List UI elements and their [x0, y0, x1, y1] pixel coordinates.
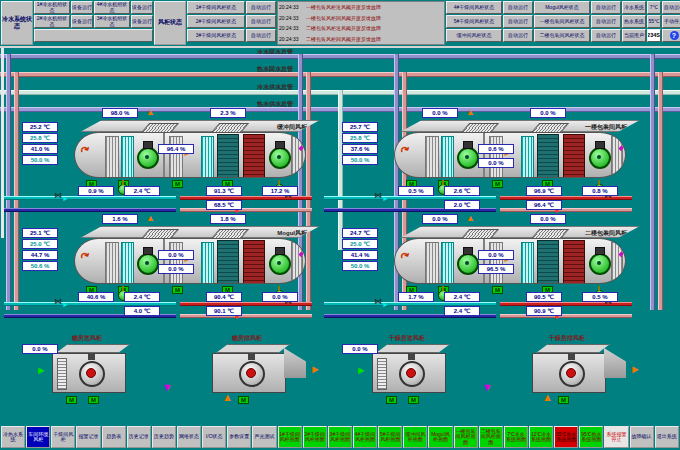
- ahu-status-button[interactable]: 二楼包装间风柜状态: [534, 29, 590, 42]
- ahu-status-button[interactable]: Mogul风柜状态: [534, 1, 590, 14]
- nav-button[interactable]: 二楼包装间风柜画面: [479, 426, 503, 448]
- nav-button[interactable]: 一楼包装间风柜画面: [454, 426, 478, 448]
- nav-button[interactable]: 4#干燥间风柜画面: [353, 426, 377, 448]
- spray-section: [201, 136, 214, 178]
- ahu-status-value[interactable]: 自动运行: [246, 15, 276, 28]
- ahu-unit[interactable]: 24.7 ℃ 25.0 ℃ 41.4 % 50.0 % 0.0 % 0.0 % …: [342, 214, 662, 320]
- filter-section: [169, 242, 183, 284]
- chiller-status-button[interactable]: 4#冷水机组状态: [94, 1, 130, 14]
- nav-button[interactable]: 趋势表: [102, 426, 126, 448]
- current-user-label: 当前用户: [622, 29, 646, 42]
- ahu-status-button[interactable]: 缓冲间风柜状态: [446, 29, 502, 42]
- hot-water-status[interactable]: 手动停止: [662, 15, 680, 28]
- nav-button[interactable]: Mogul风柜画面: [428, 426, 452, 448]
- fan-unit-label: 干燥房排风柜: [502, 334, 632, 343]
- chiller-status-button[interactable]: 1#冷水机组状态: [34, 1, 70, 14]
- ahu-unit[interactable]: 25.1 ℃ 25.0 ℃ 44.7 % 50.6 % 1.6 % 1.8 % …: [22, 214, 342, 320]
- nav-button[interactable]: 系统报警停止: [604, 426, 628, 448]
- nav-button[interactable]: 1#干燥间风柜画面: [278, 426, 302, 448]
- damper-actuator-icon: [172, 180, 183, 188]
- nav-button[interactable]: I/O状态: [202, 426, 226, 448]
- ahu-status-value[interactable]: 自动运行: [503, 15, 533, 28]
- chiller-status-value[interactable]: 设备运行: [71, 15, 93, 28]
- inlet-flow-arrow-icon: [222, 392, 233, 403]
- inlet-arrow-icon: [79, 249, 92, 263]
- nav-button[interactable]: 车间环境风柜: [26, 426, 50, 448]
- fan-unit[interactable]: 干燥房排风柜: [502, 334, 662, 420]
- fan-unit-label: 干燥房送风柜: [342, 334, 472, 343]
- hot-water-label: 热水系统: [622, 15, 646, 28]
- shutoff-valve-icon: [374, 192, 382, 200]
- fan-unit[interactable]: 干燥房送风柜 0.0 %: [342, 334, 502, 420]
- nav-button[interactable]: 95℃热水系统画面: [579, 426, 603, 448]
- nav-button[interactable]: 干燥间风柜: [51, 426, 75, 448]
- nav-button[interactable]: 历史趋势: [152, 426, 176, 448]
- shutoff-valve-icon: [54, 192, 62, 200]
- alarm-list: 20:24:33 一楼包装风柜送风阀开度反馈故障 20:24:33 一楼包装风柜…: [277, 1, 445, 45]
- ahu-status-button[interactable]: 一楼包装间风柜状态: [534, 15, 590, 28]
- hot-supply-branch-pipe: [180, 196, 312, 200]
- outlet-flow-arrow-icon: [482, 382, 493, 393]
- chiller-group-label: 冷水系统状态: [1, 1, 33, 45]
- alarm-time: 20:24:33: [278, 23, 306, 34]
- ahu-left-readouts: 25.1 ℃ 25.0 ℃ 44.7 % 50.6 %: [22, 228, 58, 272]
- ahu-status-value[interactable]: 自动运行: [503, 29, 533, 42]
- ahu-status-button[interactable]: 5#干燥间风柜状态: [446, 15, 502, 28]
- ahu-status-grid-mid: 4#干燥间风柜状态 自动运行 5#干燥间风柜状态 自动运行 缓冲间风柜状态 自动…: [446, 1, 533, 45]
- alarm-time: 20:24:33: [278, 2, 306, 13]
- ahu-status-button[interactable]: 3#干燥间风柜状态: [187, 29, 245, 42]
- nav-button[interactable]: 5#干燥间风柜画面: [378, 426, 402, 448]
- fan-unit[interactable]: 糖房排风柜: [182, 334, 342, 420]
- help-button[interactable]: [662, 29, 680, 42]
- chiller-status-value[interactable]: 设备运行: [71, 1, 93, 14]
- hot-water-temp: 55℃: [647, 15, 661, 28]
- ahu-unit[interactable]: 25.7 ℃ 25.8 ℃ 37.6 % 50.0 % 0.0 % 0.0 % …: [342, 108, 662, 214]
- nav-button[interactable]: 历史记录: [127, 426, 151, 448]
- chiller-status-button[interactable]: 3#冷水机组状态: [94, 15, 130, 28]
- chilled-flow-arrow-icon: [62, 301, 69, 308]
- ahu-status-value[interactable]: 自动运行: [591, 15, 621, 28]
- fan-unit-row: 糖房送风柜 0.0 % 糖房排风柜: [22, 334, 662, 420]
- temp-setpoint-readout: 25.0 ℃: [22, 239, 58, 249]
- nav-button[interactable]: 7℃冷水系统画面: [504, 426, 528, 448]
- outlet-flow-arrow-icon: [162, 382, 173, 393]
- nav-button[interactable]: 故障确认: [630, 426, 654, 448]
- nav-button[interactable]: 报警记录: [76, 426, 100, 448]
- ahu-status-value[interactable]: 自动运行: [246, 1, 276, 14]
- nav-button[interactable]: 网络状态: [177, 426, 201, 448]
- chiller-status-button[interactable]: 2#冷水机组状态: [34, 15, 70, 28]
- nav-button[interactable]: 参数设置: [227, 426, 251, 448]
- ahu-status-button[interactable]: 1#干燥间风柜状态: [187, 1, 245, 14]
- room-humidity-readout: 37.6 %: [342, 144, 378, 154]
- hot-water-temp-readout: 90.9 ℃: [526, 306, 562, 316]
- nav-button[interactable]: 2#干燥间风柜画面: [303, 426, 327, 448]
- nav-button[interactable]: 退出系统: [655, 426, 679, 448]
- chiller-status-value[interactable]: 设备运行: [131, 15, 153, 28]
- nav-button[interactable]: 3#干燥间风柜画面: [328, 426, 352, 448]
- nav-button[interactable]: 冷热水系统: [1, 426, 25, 448]
- fan-unit[interactable]: 糖房送风柜 0.0 %: [22, 334, 182, 420]
- room-temp-readout: 25.7 ℃: [342, 122, 378, 132]
- damper-actuator-icon: [66, 396, 77, 404]
- ahu-status-value[interactable]: 自动运行: [591, 1, 621, 14]
- ahu-status-value[interactable]: 自动运行: [246, 29, 276, 42]
- ahu-status-grid-right: Mogul风柜状态 自动运行 一楼包装间风柜状态 自动运行 二楼包装间风柜状态 …: [534, 1, 621, 45]
- ahu-unit[interactable]: 25.2 ℃ 25.8 ℃ 41.0 % 50.0 % 98.0 % 2.3 %…: [22, 108, 342, 214]
- ahu-status-button[interactable]: 2#干燥间风柜状态: [187, 15, 245, 28]
- nav-button[interactable]: 12℃冷水系统画面: [529, 426, 553, 448]
- nav-button[interactable]: 缓冲间风柜画面: [403, 426, 427, 448]
- heating-valve-readout: 0.5 %: [582, 292, 618, 302]
- outlet-arrow-icon: [615, 248, 626, 257]
- exhaust-flow-arrow-icon: [466, 108, 475, 117]
- alarm-message: 一楼包装风柜回风阀开度反馈故障: [306, 13, 444, 24]
- ahu-status-value[interactable]: 自动运行: [503, 1, 533, 14]
- ahu-status-button[interactable]: 4#干燥间风柜状态: [446, 1, 502, 14]
- cold-water-status[interactable]: 自动运行: [662, 1, 680, 14]
- fan-icon: [79, 361, 105, 387]
- hot-return-header-pipe: [0, 72, 680, 77]
- hot-water-temp-readout: 96.9 ℃: [526, 186, 562, 196]
- ahu-status-value[interactable]: 自动运行: [591, 29, 621, 42]
- nav-button[interactable]: 55℃热水系统画面: [554, 426, 578, 448]
- nav-button[interactable]: 声光测试: [252, 426, 276, 448]
- chiller-status-value[interactable]: 设备运行: [131, 1, 153, 14]
